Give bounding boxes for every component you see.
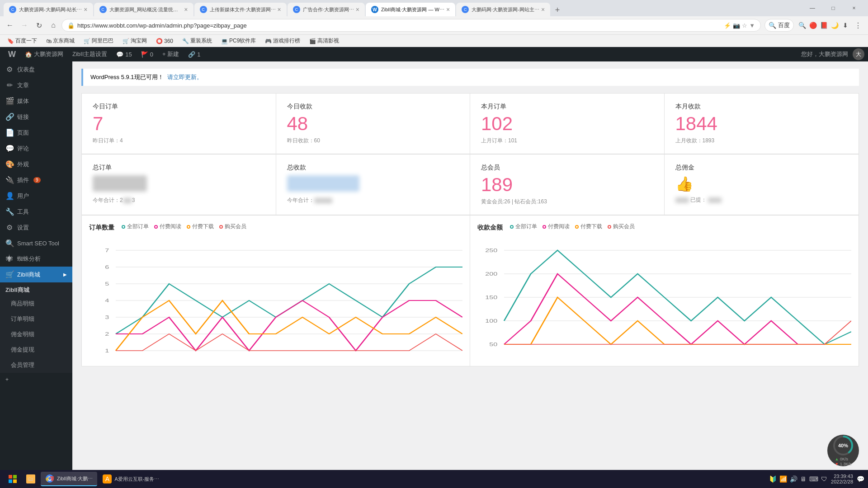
display-icon[interactable]: 🖥 [800, 475, 807, 483]
sidebar-item-products[interactable]: 商品明细 [0, 296, 72, 311]
wp-logo[interactable]: W [4, 47, 20, 61]
wp-new-btn[interactable]: + 新建 [158, 47, 184, 61]
start-button[interactable] [4, 472, 22, 486]
wp-zib-theme[interactable]: ZibII主题设置 [68, 47, 112, 61]
bookmark-jd[interactable]: 🛍 京东商城 [42, 36, 78, 46]
main-content: WordPress 5.9.1现已可用！ 请立即更新。 今日订单 7 昨日订单：… [72, 61, 868, 488]
feedback-icon: 🚩 [141, 51, 148, 58]
address-bar[interactable]: 🔒 https://www.wobbt.com/wp-admin/admin.p… [61, 19, 761, 32]
tab-1-close[interactable]: × [84, 6, 87, 13]
network-icon[interactable]: 📶 [779, 475, 787, 483]
expand-icon[interactable]: ▼ [749, 22, 755, 29]
sidebar-item-dashboard[interactable]: ⚙ 仪表盘 [0, 61, 72, 77]
sidebar-item-seo[interactable]: 🔍 Smart SEO Tool [0, 235, 72, 251]
volume-icon[interactable]: 🔊 [790, 475, 797, 483]
tab-3[interactable]: C 上传新媒体文件·大鹏资源网⋯ × [194, 3, 287, 16]
tab-5-close[interactable]: × [446, 6, 450, 13]
wp-home[interactable]: 🏠 大鹏资源网 [20, 47, 68, 61]
sidebar-item-pages[interactable]: 📄 页面 [0, 125, 72, 141]
minimize-button[interactable]: — [802, 0, 823, 16]
search-icon[interactable]: 🔍 [797, 21, 807, 30]
reload-button[interactable]: ↻ [33, 19, 45, 32]
sidebar-item-members[interactable]: 会员管理 [0, 357, 72, 373]
sidebar-item-shop[interactable]: 🛒 ZibII商城 ▶ [0, 267, 72, 282]
night-mode-icon[interactable]: 🌙 [830, 21, 839, 30]
tab-1[interactable]: C 大鹏资源网-大鹏码网-站长⋯ × [4, 3, 93, 16]
star-icon[interactable]: ☆ [742, 22, 747, 29]
keyboard-icon[interactable]: ⌨ [809, 475, 818, 483]
wp-body: ⚙ 仪表盘 ✏ 文章 🎬 媒体 🔗 链接 📄 页面 💬 评论 [0, 61, 868, 488]
close-button[interactable]: × [844, 0, 864, 16]
tab-3-close[interactable]: × [278, 6, 281, 13]
taskbar-item-app[interactable]: A A爱用云互联-服务⋯ [98, 472, 164, 486]
svg-text:4: 4 [105, 298, 109, 304]
notification-icon[interactable]: 💬 [857, 475, 864, 483]
users-icon: 👤 [5, 192, 14, 200]
bookmark-baidu[interactable]: 🔖 百度一下 [4, 36, 41, 46]
home-button[interactable]: ⌂ [47, 19, 60, 32]
download-icon[interactable]: ⬇ [841, 21, 850, 30]
sidebar-item-spider[interactable]: 🕷 蜘蛛分析 [0, 251, 72, 267]
menu-button[interactable]: ⋮ [852, 19, 864, 32]
tab-6[interactable]: C 大鹏码网·大鹏资源网-网站主⋯ × [456, 3, 550, 16]
wp-comments-btn[interactable]: 💬 15 [112, 47, 136, 61]
sidebar-item-appearance[interactable]: 🎨 外观 [0, 156, 72, 172]
sidebar-item-plugins[interactable]: 🔌 插件 9 [0, 172, 72, 188]
extension-icon-1[interactable]: 🔴 [808, 21, 817, 30]
sidebar-item-seo-label: Smart SEO Tool [17, 240, 59, 247]
back-button[interactable]: ← [4, 19, 16, 32]
taskbar-item-explorer[interactable]: 🗂 [22, 472, 40, 486]
bookmark-games-icon: 🎮 [265, 38, 272, 44]
bookmark-360[interactable]: ⭕ 360 [152, 37, 177, 45]
bookmark-star-icon[interactable]: ⚡ [724, 22, 731, 29]
sidebar-item-commission[interactable]: 佣金明细 [0, 327, 72, 342]
wp-feedback-btn[interactable]: 🚩 0 [137, 47, 158, 61]
update-link[interactable]: 请立即更新。 [167, 73, 203, 81]
shield-icon[interactable]: 🔰 [769, 475, 777, 483]
sidebar-item-withdraw[interactable]: 佣金提现 [0, 342, 72, 357]
stat-total-commission: 总佣金 👍 已提： [665, 155, 859, 215]
home-icon: 🏠 [25, 51, 32, 58]
tab-6-close[interactable]: × [541, 6, 545, 13]
new-tab-button[interactable]: + [551, 4, 564, 16]
bookmark-alibaba[interactable]: 🛒 阿里巴巴 [80, 36, 117, 46]
sidebar-add[interactable]: + [0, 373, 72, 386]
stat-today-orders: 今日订单 7 昨日订单：4 [82, 94, 276, 154]
wp-link-btn[interactable]: 🔗 1 [184, 47, 205, 61]
bookmark-reinstall[interactable]: 🔧 重装系统 [179, 36, 216, 46]
extension-icon-2[interactable]: 📕 [819, 21, 828, 30]
wp-avatar[interactable]: 大 [853, 48, 864, 60]
security-icon[interactable]: 🛡 [821, 475, 827, 483]
forward-button[interactable]: → [18, 19, 31, 32]
tab-2-close[interactable]: × [184, 6, 188, 13]
bookmark-baidu-label: 百度一下 [15, 37, 37, 45]
maximize-button[interactable]: □ [823, 0, 844, 16]
bookmark-taobao[interactable]: 🛒 淘宝网 [119, 36, 151, 46]
sidebar-item-tools[interactable]: 🔧 工具 [0, 204, 72, 220]
stat-total-orders: 总订单 今年合计：23 [82, 155, 276, 215]
cast-icon[interactable]: 📷 [733, 22, 740, 29]
bookmark-games[interactable]: 🎮 游戏排行榜 [261, 36, 304, 46]
sidebar-item-settings-label: 设置 [17, 224, 29, 232]
taskbar-clock[interactable]: 23:39:43 2022/2/28 [831, 474, 853, 484]
sidebar-item-orders[interactable]: 订单明细 [0, 311, 72, 327]
bookmark-360-label: 360 [164, 38, 173, 44]
bookmark-pc9[interactable]: 💻 PC9软件库 [217, 36, 259, 46]
baidu-search[interactable]: 🔍 百度 [764, 19, 794, 32]
sidebar-item-settings[interactable]: ⚙ 设置 [0, 220, 72, 235]
app-icon: A [103, 474, 112, 483]
tab-5[interactable]: W ZibII商城·大鹏资源网 — W⋯ × [366, 3, 455, 16]
sidebar-item-comments[interactable]: 💬 评论 [0, 141, 72, 156]
appearance-icon: 🎨 [5, 160, 14, 169]
tab-2[interactable]: C 大鹏资源网_网站概况·流量统计⋯ × [94, 3, 193, 16]
bookmark-pc9-label: PC9软件库 [229, 37, 256, 45]
bookmark-video[interactable]: 🎬 高清影视 [306, 36, 343, 46]
tab-4-close[interactable]: × [356, 6, 359, 13]
sidebar-item-links[interactable]: 🔗 链接 [0, 109, 72, 125]
tab-4[interactable]: C 广告合作·大鹏资源网⋯ × [288, 3, 365, 16]
sidebar-item-posts[interactable]: ✏ 文章 [0, 77, 72, 93]
taskbar-items: 🗂 ZibII商城·大鹏⋯ A A爱用云互联-服务⋯ [22, 472, 769, 486]
sidebar-item-users[interactable]: 👤 用户 [0, 188, 72, 204]
taskbar-item-chrome[interactable]: ZibII商城·大鹏⋯ [41, 472, 97, 486]
sidebar-item-media[interactable]: 🎬 媒体 [0, 93, 72, 109]
